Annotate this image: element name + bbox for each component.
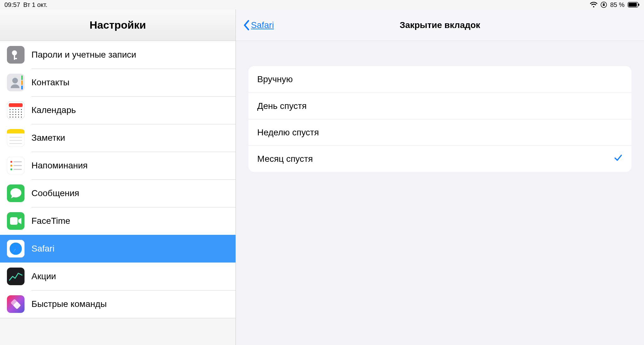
sidebar-item-label: Календарь (31, 105, 76, 115)
wifi-icon (590, 2, 597, 8)
sidebar-item-label: Контакты (31, 77, 69, 88)
svg-point-33 (15, 117, 16, 118)
svg-point-45 (10, 168, 12, 170)
sidebar-item-facetime[interactable]: FaceTime (0, 207, 236, 235)
svg-rect-38 (7, 132, 25, 133)
svg-rect-11 (21, 76, 23, 80)
svg-rect-13 (21, 86, 23, 89)
svg-point-24 (18, 112, 19, 113)
facetime-icon (7, 212, 25, 230)
svg-point-26 (10, 114, 11, 115)
stocks-icon (7, 268, 25, 285)
safari-icon (7, 240, 25, 257)
svg-point-22 (13, 112, 14, 113)
sidebar-item-label: Быстрые команды (31, 299, 107, 309)
svg-point-23 (15, 112, 16, 113)
svg-point-32 (13, 117, 14, 118)
svg-rect-4 (638, 4, 639, 6)
svg-rect-12 (21, 81, 23, 85)
detail-pane: Safari Закрытие вкладок ВручнуюДень спус… (236, 9, 644, 345)
sidebar-item-label: Акции (31, 271, 56, 281)
passwords-icon (7, 46, 25, 64)
svg-point-28 (15, 114, 16, 115)
sidebar-item-messages[interactable]: Сообщения (0, 179, 236, 207)
sidebar-item-safari[interactable]: Safari (0, 235, 236, 263)
svg-point-20 (21, 109, 22, 110)
status-time: 09:57 (4, 1, 20, 8)
notes-icon (7, 129, 25, 147)
back-label: Safari (251, 20, 274, 30)
sidebar-item-label: Заметки (31, 133, 65, 143)
option-label: Вручную (257, 74, 293, 84)
sidebar-title: Настройки (0, 9, 236, 41)
close-tabs-options: ВручнуюДень спустяНеделю спустяМесяц спу… (248, 66, 631, 172)
sidebar-item-calendar[interactable]: Календарь (0, 96, 236, 124)
sidebar-item-label: Пароли и учетные записи (31, 50, 136, 60)
sidebar-item-label: FaceTime (31, 216, 70, 226)
svg-rect-15 (9, 103, 23, 107)
sidebar-item-reminders[interactable]: Напоминания (0, 152, 236, 179)
option-label: Месяц спустя (257, 154, 313, 164)
svg-point-31 (10, 117, 11, 118)
detail-header: Safari Закрытие вкладок (236, 9, 644, 41)
svg-point-18 (15, 109, 16, 110)
sidebar-item-stocks[interactable]: Акции (0, 263, 236, 290)
svg-rect-1 (603, 4, 605, 6)
sidebar-item-passwords[interactable]: Пароли и учетные записи (0, 41, 236, 69)
close-tabs-option[interactable]: День спустя (248, 93, 631, 119)
svg-point-6 (12, 50, 17, 55)
svg-rect-51 (10, 217, 18, 225)
status-date: Вт 1 окт. (23, 1, 47, 8)
svg-point-34 (18, 117, 19, 118)
svg-point-35 (21, 117, 22, 118)
sidebar-item-notes[interactable]: Заметки (0, 124, 236, 152)
calendar-icon (7, 101, 25, 119)
svg-point-10 (12, 78, 18, 83)
checkmark-icon (614, 153, 623, 164)
rotation-lock-icon (601, 2, 607, 8)
svg-point-43 (10, 161, 12, 163)
sidebar-item-label: Safari (31, 244, 54, 254)
sidebar-item-label: Сообщения (31, 188, 79, 198)
close-tabs-option[interactable]: Вручную (248, 66, 631, 93)
svg-point-21 (10, 112, 11, 113)
messages-icon (7, 184, 25, 202)
sidebar-item-label: Напоминания (31, 161, 88, 171)
settings-sidebar: Настройки Пароли и учетные записиКонтакт… (0, 9, 236, 345)
svg-point-16 (10, 109, 11, 110)
svg-point-44 (10, 165, 12, 167)
contacts-icon (7, 74, 25, 91)
svg-rect-3 (629, 3, 637, 7)
detail-title: Закрытие вкладок (400, 20, 480, 30)
svg-point-27 (13, 114, 14, 115)
sidebar-item-shortcuts[interactable]: Быстрые команды (0, 290, 236, 318)
status-bar: 09:57 Вт 1 окт. 85 % (0, 0, 644, 9)
chevron-left-icon (243, 20, 250, 31)
svg-point-30 (21, 114, 22, 115)
shortcuts-icon (7, 295, 25, 313)
option-label: Неделю спустя (257, 127, 319, 138)
back-button[interactable]: Safari (243, 9, 274, 41)
close-tabs-option[interactable]: Месяц спустя (248, 145, 631, 172)
svg-point-25 (21, 112, 22, 113)
svg-point-29 (18, 114, 19, 115)
sidebar-item-contacts[interactable]: Контакты (0, 69, 236, 96)
battery-pct: 85 % (610, 1, 625, 8)
svg-point-19 (18, 109, 19, 110)
svg-point-17 (13, 109, 14, 110)
option-label: День спустя (257, 101, 307, 111)
battery-icon (628, 2, 640, 8)
reminders-icon (7, 157, 25, 174)
close-tabs-option[interactable]: Неделю спустя (248, 119, 631, 145)
svg-rect-8 (14, 58, 17, 59)
